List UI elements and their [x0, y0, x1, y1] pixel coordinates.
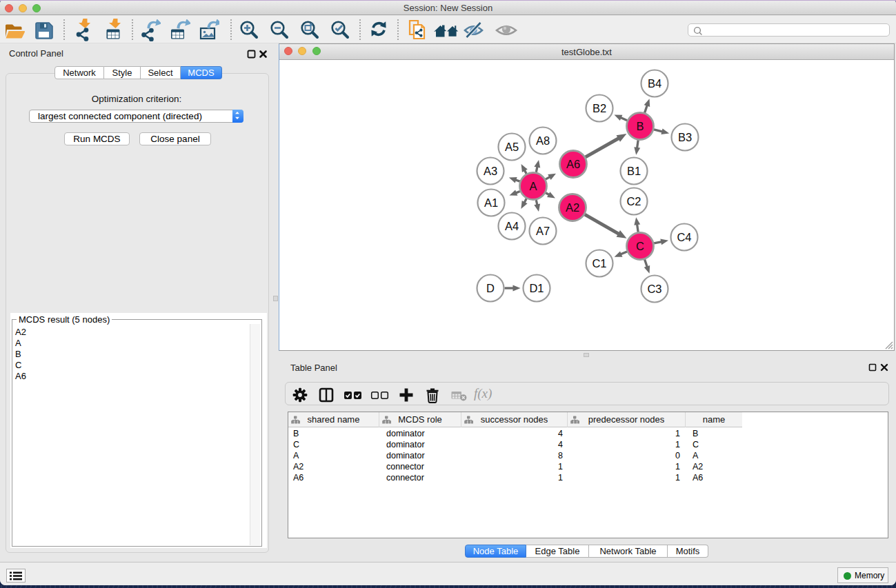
svg-text:A5: A5: [505, 141, 519, 153]
svg-text:B1: B1: [627, 165, 641, 177]
svg-text:A3: A3: [484, 165, 497, 177]
svg-text:C4: C4: [677, 231, 691, 243]
svg-text:A6: A6: [566, 158, 580, 170]
svg-text:C: C: [636, 240, 644, 252]
svg-text:A7: A7: [536, 225, 550, 237]
svg-text:B4: B4: [648, 77, 661, 90]
svg-text:A: A: [529, 180, 537, 192]
svg-text:B: B: [636, 120, 644, 132]
svg-text:A1: A1: [484, 196, 498, 209]
svg-text:D: D: [486, 282, 495, 294]
svg-text:C1: C1: [592, 257, 606, 270]
svg-text:A2: A2: [566, 201, 579, 214]
svg-text:C2: C2: [626, 195, 641, 207]
svg-text:A8: A8: [536, 134, 550, 147]
svg-text:B2: B2: [593, 102, 606, 114]
svg-text:B3: B3: [678, 131, 692, 143]
svg-text:A4: A4: [505, 220, 519, 232]
svg-text:D1: D1: [529, 282, 544, 294]
svg-text:C3: C3: [647, 283, 661, 295]
